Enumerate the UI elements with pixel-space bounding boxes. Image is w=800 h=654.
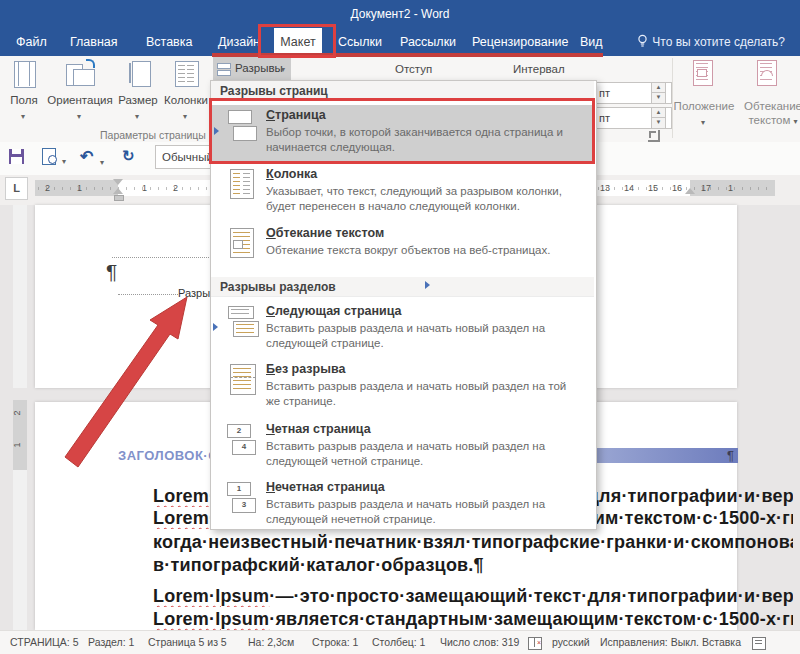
paragraph-mark: ¶	[106, 260, 117, 284]
breaks-menu: Разрывы страниц Страница Выбор точки, в …	[210, 80, 597, 530]
save-icon	[9, 149, 24, 164]
vertical-ruler-margin: 2 1	[13, 400, 27, 470]
status-page-of[interactable]: Страница 5 из 5	[148, 636, 227, 648]
body-text: когда·неизвестный·печатник·взял·типограф…	[153, 532, 793, 552]
undo-button[interactable]	[80, 147, 93, 169]
tab-review[interactable]: Рецензирование	[472, 28, 569, 56]
ruler-num: 1	[142, 183, 147, 193]
undo-caret[interactable]	[100, 151, 104, 169]
body-text: ·—·это·просто·замещающий·текст·для·типог…	[269, 586, 793, 606]
page-setup-group-label: Параметры страницы	[100, 129, 206, 141]
status-word-count[interactable]: Число слов: 319	[440, 636, 519, 648]
hanging-indent-marker[interactable]	[113, 188, 123, 194]
status-insert-mode[interactable]: Вставка	[702, 636, 741, 648]
vertical-ruler-page2	[13, 470, 27, 630]
spacing-before-down[interactable]	[651, 92, 666, 104]
redo-button[interactable]	[122, 147, 135, 169]
status-column: Столбец: 1	[372, 636, 425, 648]
status-language[interactable]: русский	[552, 636, 590, 648]
status-section[interactable]: Раздел: 1	[88, 636, 134, 648]
body-line: когда·неизвестный·печатник·взял·типограф…	[153, 532, 793, 553]
text-boundary	[112, 257, 217, 258]
lightbulb-icon	[636, 33, 649, 49]
vruler-num: 1	[12, 442, 22, 447]
tab-references[interactable]: Ссылки	[338, 28, 382, 56]
margins-caret	[21, 109, 25, 121]
paragraph-dialog-launcher[interactable]	[648, 130, 660, 142]
ruler-num: 1	[77, 183, 82, 193]
window-title: Документ2 - Word	[0, 7, 800, 21]
column-break-icon	[224, 169, 260, 203]
menu-item-next-page[interactable]: Следующая страница Вставить разрыв разде…	[211, 301, 594, 359]
menu-item-text-wrapping[interactable]: Обтекание текстом Обтекание текста вокру…	[211, 223, 594, 275]
wrap-text-caret	[794, 114, 798, 126]
position-caret	[701, 115, 705, 127]
menu-section-section-breaks: Разрывы разделов	[211, 277, 594, 297]
ribbon-tab-row: Файл Главная Вставка Дизайн Макет Ссылки…	[0, 28, 800, 57]
left-indent-marker[interactable]	[114, 195, 124, 201]
menu-item-page[interactable]: Страница Выбор точки, в которой заканчив…	[211, 105, 594, 163]
tab-mailings[interactable]: Рассылки	[400, 28, 456, 56]
status-vertical-pos: На: 2,3см	[248, 636, 294, 648]
heading-highlight-bar: ¶	[595, 448, 738, 463]
recent-item-marker	[213, 323, 218, 331]
print-preview-caret	[62, 150, 66, 168]
title-bar: Документ2 - Word	[0, 0, 800, 28]
word-window: Документ2 - Word Файл Главная Вставка Ди…	[0, 0, 800, 654]
menu-item-even-page[interactable]: 2 4 Четная страница Вставить разрыв разд…	[211, 419, 594, 475]
group-separator	[672, 58, 673, 138]
page-break-icon	[224, 110, 260, 144]
status-track-changes[interactable]: Исправления: Выкл.	[600, 636, 699, 648]
tab-design[interactable]: Дизайн	[218, 28, 260, 56]
wrap-text-label2: текстом	[748, 114, 790, 126]
tab-home[interactable]: Главная	[70, 28, 118, 56]
macro-record-icon[interactable]	[752, 637, 766, 650]
tab-file[interactable]: Файл	[16, 28, 47, 56]
tab-layout[interactable]: Макет	[274, 28, 322, 56]
menu-item-continuous[interactable]: Без разрыва Вставить разрыв раздела и на…	[211, 359, 594, 415]
vruler-num: 2	[12, 410, 22, 415]
ruler-num: 14	[624, 183, 634, 193]
even-page-section-icon: 2 4	[224, 424, 260, 458]
size-caret	[135, 109, 139, 121]
spacing-after-down[interactable]	[651, 117, 666, 129]
tab-selector[interactable]: L	[5, 177, 28, 200]
body-line: в·типографский·каталог·образцов.¶	[153, 555, 793, 576]
misspelled-text: Lorem·Ipsum	[153, 586, 269, 606]
next-page-section-icon	[224, 306, 260, 340]
breaks-button[interactable]: Разрывы	[213, 57, 291, 80]
menu-section-page-breaks: Разрывы страниц	[211, 81, 594, 101]
ruler-num: 17	[701, 183, 711, 193]
recent-item-marker	[214, 127, 219, 135]
breaks-caret	[281, 57, 285, 81]
body-line: Lorem·Ipsum·является·стандартным·замещаю…	[153, 609, 793, 630]
body-text: ·является·стандартным·замещающим·текстом…	[269, 609, 793, 629]
continuous-section-icon	[224, 364, 260, 398]
ruler-num: 16	[672, 183, 682, 193]
breaks-label: Разрывы	[235, 57, 283, 80]
status-page-number[interactable]: СТРАНИЦА: 5	[10, 636, 79, 648]
status-bar: СТРАНИЦА: 5 Раздел: 1 Страница 5 из 5 На…	[0, 630, 800, 654]
body-text: в·типографский·каталог·образцов.¶	[153, 555, 484, 575]
first-line-indent-marker[interactable]	[113, 179, 123, 185]
odd-page-section-icon: 1 3	[224, 482, 260, 516]
print-preview-icon	[42, 148, 56, 165]
spacing-label: Интервал	[513, 63, 565, 75]
tell-me-box[interactable]: Что вы хотите сделать?	[636, 28, 785, 56]
right-indent-marker[interactable]	[685, 188, 695, 194]
body-line: Lorem·Ipsum·—·это·просто·замещающий·текс…	[153, 586, 793, 607]
heading-paragraph-mark: ¶	[727, 448, 734, 463]
columns-caret	[183, 109, 187, 121]
menu-item-column[interactable]: Колонка Указывает, что текст, следующий …	[211, 164, 594, 220]
page-break-dots	[118, 294, 178, 295]
ruler-num: 2	[45, 183, 50, 193]
vertical-ruler-page1	[13, 205, 27, 388]
orientation-caret	[77, 109, 81, 121]
proofing-icon[interactable]: ×	[528, 637, 542, 650]
ruler-num: 13	[600, 183, 610, 193]
ruler-num: 2	[173, 183, 178, 193]
tab-view[interactable]: Вид	[580, 28, 603, 56]
menu-item-odd-page[interactable]: 1 3 Нечетная страница Вставить разрыв ра…	[211, 477, 594, 529]
tell-me-label: Что вы хотите сделать?	[652, 35, 785, 49]
tab-insert[interactable]: Вставка	[146, 28, 192, 56]
